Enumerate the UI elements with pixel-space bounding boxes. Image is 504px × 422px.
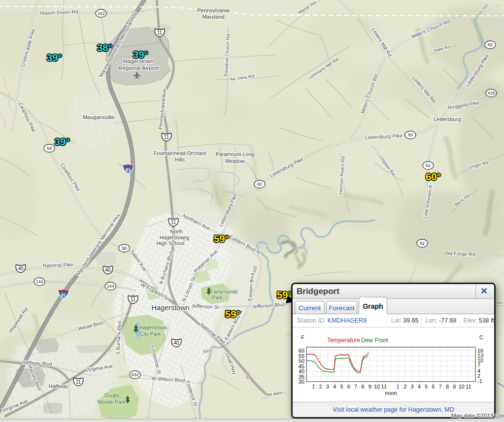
svg-text:C: C bbox=[479, 334, 483, 340]
svg-text:38°: 38° bbox=[97, 42, 112, 53]
svg-text:11: 11 bbox=[381, 384, 387, 390]
svg-text:North: North bbox=[170, 228, 183, 234]
svg-text:40: 40 bbox=[18, 266, 24, 271]
svg-text:81: 81 bbox=[126, 167, 131, 172]
svg-text:11: 11 bbox=[466, 384, 471, 390]
svg-text:9: 9 bbox=[453, 384, 456, 390]
svg-text:Regional Airport: Regional Airport bbox=[118, 65, 159, 71]
svg-text:8: 8 bbox=[446, 384, 449, 390]
svg-text:144: 144 bbox=[106, 284, 114, 289]
svg-text:39°: 39° bbox=[47, 52, 62, 63]
svg-text:Hagerstown: Hagerstown bbox=[151, 304, 189, 312]
svg-text:55: 55 bbox=[299, 353, 304, 359]
svg-text:58: 58 bbox=[47, 146, 52, 151]
svg-text:10: 10 bbox=[374, 384, 380, 390]
svg-text:39°: 39° bbox=[133, 49, 148, 60]
svg-text:Fairgrounds: Fairgrounds bbox=[210, 289, 238, 294]
svg-text:39°: 39° bbox=[55, 136, 69, 147]
svg-text:Dew Point: Dew Point bbox=[361, 337, 388, 344]
svg-text:10: 10 bbox=[458, 384, 464, 390]
svg-text:4: 4 bbox=[333, 384, 336, 390]
svg-text:81: 81 bbox=[61, 292, 66, 297]
svg-text:59°: 59° bbox=[277, 289, 292, 300]
svg-text:30: 30 bbox=[299, 379, 304, 385]
svg-text:Leitersburg: Leitersburg bbox=[434, 116, 461, 122]
svg-text:60: 60 bbox=[257, 182, 262, 187]
svg-text:7: 7 bbox=[439, 384, 442, 390]
svg-text:noon: noon bbox=[385, 390, 397, 396]
svg-text:-1: -1 bbox=[477, 378, 482, 384]
svg-text:7: 7 bbox=[354, 384, 357, 390]
svg-text:50: 50 bbox=[299, 358, 304, 364]
svg-text:60: 60 bbox=[299, 348, 304, 354]
svg-text:3: 3 bbox=[410, 384, 413, 390]
svg-text:Doubs: Doubs bbox=[104, 392, 119, 398]
svg-text:45: 45 bbox=[299, 363, 304, 369]
svg-text:2: 2 bbox=[403, 384, 406, 390]
svg-text:High School: High School bbox=[157, 240, 185, 246]
svg-text:11: 11 bbox=[157, 30, 163, 35]
svg-text:1: 1 bbox=[312, 384, 315, 390]
svg-text:11: 11 bbox=[76, 379, 81, 385]
svg-text:2: 2 bbox=[319, 384, 322, 390]
svg-text:Fountainhead-Orchard: Fountainhead-Orchard bbox=[154, 150, 206, 156]
svg-text:Hills: Hills bbox=[175, 157, 185, 162]
svg-text:Paramount-Long: Paramount-Long bbox=[216, 151, 254, 157]
svg-text:6: 6 bbox=[347, 384, 350, 390]
svg-text:6: 6 bbox=[432, 384, 435, 390]
svg-text:9: 9 bbox=[369, 384, 371, 390]
svg-text:2: 2 bbox=[477, 373, 480, 379]
svg-text:62: 62 bbox=[426, 163, 431, 168]
svg-text:5: 5 bbox=[340, 384, 343, 390]
svg-text:Pennsylvania: Pennsylvania bbox=[197, 7, 230, 13]
svg-text:Temperature: Temperature bbox=[327, 337, 361, 344]
svg-text:Meadow: Meadow bbox=[225, 158, 245, 164]
svg-text:City Park: City Park bbox=[140, 331, 161, 337]
svg-text:3: 3 bbox=[326, 384, 329, 390]
svg-text:rso: rso bbox=[496, 300, 503, 305]
svg-text:1: 1 bbox=[397, 384, 400, 390]
svg-text:National Pike: National Pike bbox=[43, 261, 73, 268]
svg-text:40: 40 bbox=[105, 267, 111, 273]
svg-text:11: 11 bbox=[131, 297, 136, 302]
svg-text:11: 11 bbox=[171, 220, 176, 225]
svg-text:F: F bbox=[301, 334, 304, 340]
svg-text:Park: Park bbox=[212, 294, 223, 300]
svg-text:60: 60 bbox=[408, 132, 413, 137]
svg-text:59°: 59° bbox=[225, 308, 240, 320]
svg-text:Maryland: Maryland bbox=[202, 14, 224, 20]
svg-text:59°: 59° bbox=[214, 233, 229, 244]
svg-text:144: 144 bbox=[35, 279, 43, 284]
svg-text:11: 11 bbox=[164, 134, 169, 140]
svg-text:632: 632 bbox=[131, 372, 138, 377]
svg-text:Maugansville: Maugansville bbox=[83, 114, 114, 120]
svg-text:5: 5 bbox=[425, 384, 428, 390]
svg-text:40: 40 bbox=[173, 340, 179, 346]
svg-text:35: 35 bbox=[299, 374, 304, 380]
svg-text:8: 8 bbox=[361, 384, 364, 390]
svg-text:60°: 60° bbox=[426, 171, 440, 182]
svg-text:Hagerstown: Hagerstown bbox=[160, 234, 187, 240]
svg-text:60: 60 bbox=[488, 42, 493, 47]
svg-text:58: 58 bbox=[122, 246, 127, 251]
svg-text:Old Forge Rd: Old Forge Rd bbox=[444, 250, 475, 257]
svg-text:40: 40 bbox=[299, 368, 304, 374]
svg-text:418: 418 bbox=[487, 91, 495, 96]
svg-text:62: 62 bbox=[420, 241, 425, 246]
svg-text:Woods Park: Woods Park bbox=[98, 399, 126, 405]
svg-text:163: 163 bbox=[97, 11, 104, 16]
svg-text:4: 4 bbox=[418, 384, 421, 390]
svg-text:Halfway: Halfway bbox=[48, 383, 68, 389]
svg-text:Hagerstown: Hagerstown bbox=[139, 325, 167, 330]
